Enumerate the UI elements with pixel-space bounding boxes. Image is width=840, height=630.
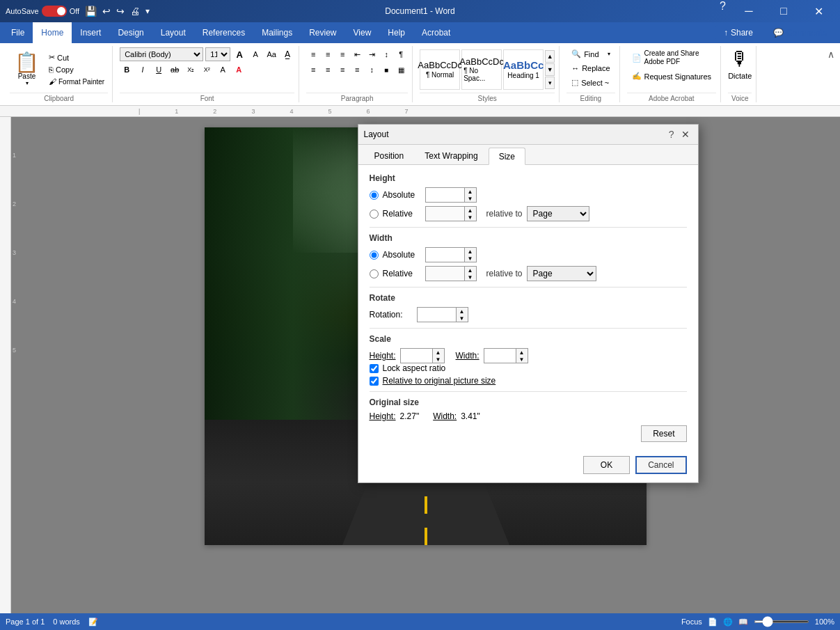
close-button[interactable]: ✕ bbox=[802, 0, 834, 22]
height-relative-value[interactable] bbox=[426, 207, 464, 221]
replace-button[interactable]: ↔ Replace bbox=[566, 62, 615, 74]
ok-button[interactable]: OK bbox=[583, 456, 630, 474]
scale-height-up[interactable]: ▲ bbox=[433, 349, 444, 356]
superscript-button[interactable]: X² bbox=[200, 63, 214, 77]
dialog-help-icon[interactable]: ? bbox=[669, 129, 674, 140]
width-relative-up[interactable]: ▲ bbox=[465, 267, 476, 274]
shading-button[interactable]: ■ bbox=[379, 63, 393, 77]
autosave-switch[interactable] bbox=[42, 6, 67, 17]
minimize-button[interactable]: ─ bbox=[733, 0, 765, 22]
height-absolute-input[interactable]: 4.41" ▲ ▼ bbox=[425, 187, 477, 203]
focus-label[interactable]: Focus bbox=[681, 617, 702, 626]
width-relative-to-select[interactable]: Page Margin bbox=[527, 266, 596, 281]
height-relative-radio[interactable] bbox=[370, 210, 379, 219]
width-absolute-up[interactable]: ▲ bbox=[465, 248, 476, 255]
tab-references[interactable]: References bbox=[194, 22, 253, 43]
font-shrink-button[interactable]: A bbox=[248, 47, 262, 61]
rotation-value[interactable]: 0° bbox=[418, 308, 456, 322]
align-left-button[interactable]: ≡ bbox=[306, 63, 320, 77]
tab-layout[interactable]: Layout bbox=[152, 22, 194, 43]
justify-button[interactable]: ≡ bbox=[350, 63, 364, 77]
scale-width-input[interactable]: 194 % ▲ ▼ bbox=[484, 348, 528, 363]
tab-text-wrapping[interactable]: Text Wrapping bbox=[414, 148, 488, 164]
width-absolute-value[interactable]: 6.63" bbox=[426, 248, 464, 262]
cut-button[interactable]: ✂Cut bbox=[45, 52, 108, 63]
underline-button[interactable]: U bbox=[152, 63, 166, 77]
rotation-down[interactable]: ▼ bbox=[457, 315, 468, 322]
customize-icon[interactable]: ▾ bbox=[145, 6, 150, 16]
share-button[interactable]: ↑ Share bbox=[715, 25, 761, 40]
request-sign-button[interactable]: ✍ Request Signatures bbox=[627, 70, 717, 83]
font-name-select[interactable]: Calibri (Body) bbox=[120, 47, 203, 61]
height-relative-down[interactable]: ▼ bbox=[465, 214, 476, 221]
document-area[interactable]: 12345 Layout bbox=[11, 117, 840, 630]
zoom-slider[interactable] bbox=[754, 620, 809, 623]
rotation-up[interactable]: ▲ bbox=[457, 308, 468, 315]
width-relative-down[interactable]: ▼ bbox=[465, 274, 476, 281]
increase-indent-button[interactable]: ⇥ bbox=[365, 47, 379, 61]
bullets-button[interactable]: ≡ bbox=[306, 47, 320, 61]
styles-scroll-up[interactable]: ▲ bbox=[545, 50, 555, 63]
height-absolute-radio[interactable] bbox=[370, 191, 379, 200]
help-icon[interactable]: ? bbox=[715, 0, 730, 22]
font-grow-button[interactable]: A bbox=[232, 47, 246, 61]
height-relative-up[interactable]: ▲ bbox=[465, 207, 476, 214]
lock-aspect-checkbox[interactable] bbox=[370, 364, 379, 373]
view-normal-icon[interactable]: 📄 bbox=[708, 617, 718, 627]
multilevel-button[interactable]: ≡ bbox=[335, 47, 349, 61]
bold-button[interactable]: B bbox=[120, 63, 134, 77]
decrease-indent-button[interactable]: ⇤ bbox=[350, 47, 364, 61]
text-highlight-button[interactable]: A bbox=[216, 63, 230, 77]
strikethrough-button[interactable]: ab bbox=[168, 63, 182, 77]
italic-button[interactable]: I bbox=[136, 63, 150, 77]
clear-format-button[interactable]: A̲ bbox=[280, 47, 294, 61]
view-web-icon[interactable]: 🌐 bbox=[723, 617, 733, 627]
height-relative-to-select[interactable]: Page Margin bbox=[527, 206, 589, 221]
align-right-button[interactable]: ≡ bbox=[335, 63, 349, 77]
tab-mailings[interactable]: Mailings bbox=[253, 22, 301, 43]
width-relative-value[interactable] bbox=[426, 267, 464, 281]
find-button[interactable]: 🔍 Find ▾ bbox=[566, 47, 615, 61]
tab-help[interactable]: Help bbox=[379, 22, 413, 43]
tab-view[interactable]: View bbox=[345, 22, 380, 43]
undo-icon[interactable]: ↩ bbox=[102, 6, 111, 17]
height-absolute-up[interactable]: ▲ bbox=[465, 188, 476, 195]
height-absolute-down[interactable]: ▼ bbox=[465, 195, 476, 202]
create-pdf-button[interactable]: 📄 Create and Share Adobe PDF bbox=[627, 47, 717, 68]
width-absolute-radio[interactable] bbox=[370, 251, 379, 260]
scale-width-value[interactable]: 194 % bbox=[484, 349, 516, 363]
font-color-button[interactable]: A bbox=[232, 63, 246, 77]
rotation-input[interactable]: 0° ▲ ▼ bbox=[417, 307, 468, 322]
format-painter-button[interactable]: 🖌Format Painter bbox=[45, 76, 108, 87]
tab-size[interactable]: Size bbox=[489, 148, 525, 165]
restore-button[interactable]: □ bbox=[768, 0, 800, 22]
font-size-select[interactable]: 11 bbox=[205, 47, 230, 61]
subscript-button[interactable]: X₂ bbox=[184, 63, 198, 77]
tab-design[interactable]: Design bbox=[109, 22, 152, 43]
relative-orig-checkbox[interactable] bbox=[370, 377, 379, 386]
tab-insert[interactable]: Insert bbox=[72, 22, 109, 43]
scale-width-down[interactable]: ▼ bbox=[516, 356, 528, 363]
styles-expand[interactable]: ▾ bbox=[545, 77, 555, 89]
comments-button[interactable]: 💬 Comments bbox=[766, 24, 834, 41]
view-read-icon[interactable]: 📖 bbox=[738, 617, 748, 627]
borders-button[interactable]: ▦ bbox=[394, 63, 408, 77]
styles-scroll-down[interactable]: ▼ bbox=[545, 63, 555, 76]
paste-button[interactable]: 📋 Paste ▾ bbox=[10, 51, 44, 88]
save-icon[interactable]: 💾 bbox=[85, 6, 97, 17]
style-heading1[interactable]: AaBbCc Heading 1 bbox=[503, 49, 544, 90]
dialog-close-button[interactable]: ✕ bbox=[679, 129, 692, 140]
change-case-button[interactable]: Aa bbox=[264, 47, 278, 61]
scale-height-down[interactable]: ▼ bbox=[433, 356, 444, 363]
scale-height-input[interactable]: 194 % ▲ ▼ bbox=[400, 348, 445, 363]
select-button[interactable]: ⬚ Select ~ bbox=[566, 76, 615, 89]
tab-acrobat[interactable]: Acrobat bbox=[413, 22, 459, 43]
cancel-button[interactable]: Cancel bbox=[635, 456, 686, 474]
autosave-toggle[interactable]: AutoSave Off bbox=[6, 6, 79, 17]
copy-button[interactable]: ⎘Copy bbox=[45, 64, 108, 75]
collapse-ribbon-button[interactable]: ∧ bbox=[827, 49, 834, 60]
print-icon[interactable]: 🖨 bbox=[130, 6, 140, 17]
width-absolute-input[interactable]: 6.63" ▲ ▼ bbox=[425, 247, 477, 262]
scale-height-value[interactable]: 194 % bbox=[401, 349, 432, 363]
numbering-button[interactable]: ≡ bbox=[321, 47, 335, 61]
